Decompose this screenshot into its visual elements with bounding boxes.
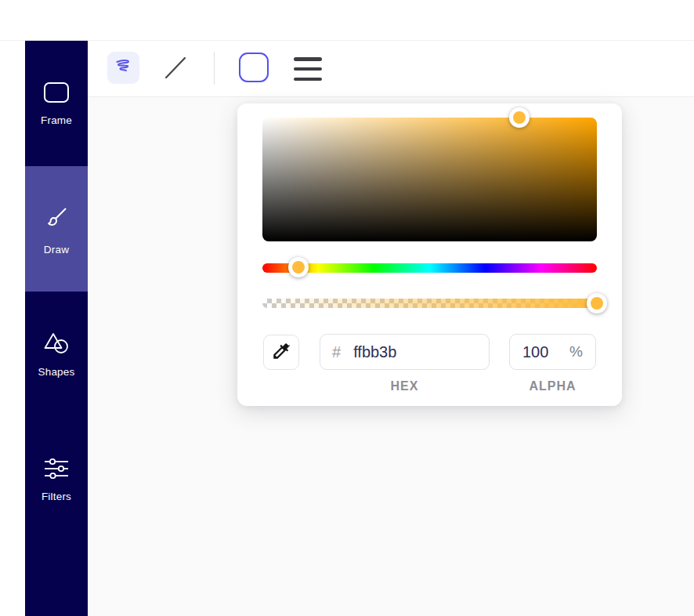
alpha-input[interactable] — [522, 343, 560, 361]
hex-field: # — [320, 334, 490, 370]
hamburger-icon — [294, 57, 322, 61]
alpha-slider[interactable] — [262, 299, 597, 308]
shapes-icon — [42, 332, 70, 358]
hex-field-label: HEX — [320, 379, 490, 393]
app-window: Frame Draw Shapes — [0, 0, 694, 616]
alpha-gradient — [262, 299, 597, 308]
hue-slider[interactable] — [262, 263, 597, 273]
scribble-icon — [112, 55, 136, 81]
line-icon — [158, 52, 190, 86]
alpha-field-label: ALPHA — [509, 379, 596, 393]
saturation-handle[interactable] — [509, 107, 530, 128]
hamburger-icon — [294, 67, 322, 71]
percent-sign: % — [569, 343, 583, 361]
toolbar-divider — [214, 52, 215, 85]
hamburger-icon — [294, 78, 322, 82]
hash-prefix: # — [332, 343, 341, 361]
sidebar-item-frame[interactable]: Frame — [25, 41, 88, 166]
sidebar-item-label: Shapes — [38, 366, 75, 378]
alpha-handle[interactable] — [587, 293, 607, 313]
hex-input[interactable] — [353, 343, 463, 361]
eyedropper-icon — [271, 341, 291, 364]
hamburger-menu-button[interactable] — [294, 57, 322, 81]
hue-handle[interactable] — [288, 257, 309, 277]
brush-icon — [42, 203, 71, 236]
color-picker-popup: # HEX % ALPHA — [237, 103, 622, 406]
sidebar-item-label: Draw — [44, 244, 69, 255]
frame-icon — [43, 82, 70, 107]
sidebar-item-label: Frame — [41, 114, 72, 126]
line-tool-button[interactable] — [158, 52, 190, 84]
sidebar-item-draw[interactable]: Draw — [25, 166, 88, 292]
color-swatch-button[interactable] — [239, 53, 269, 82]
sidebar-item-filters[interactable]: Filters — [25, 417, 88, 542]
sidebar: Frame Draw Shapes — [25, 41, 88, 616]
sidebar-item-shapes[interactable]: Shapes — [25, 292, 88, 417]
eyedropper-button[interactable] — [263, 335, 299, 370]
scribble-tool-button[interactable] — [107, 52, 139, 84]
toolbar — [88, 41, 694, 97]
saturation-brightness-pad[interactable] — [262, 118, 597, 241]
filters-icon — [43, 458, 70, 483]
sidebar-item-label: Filters — [42, 491, 71, 502]
alpha-field: % — [509, 334, 596, 370]
